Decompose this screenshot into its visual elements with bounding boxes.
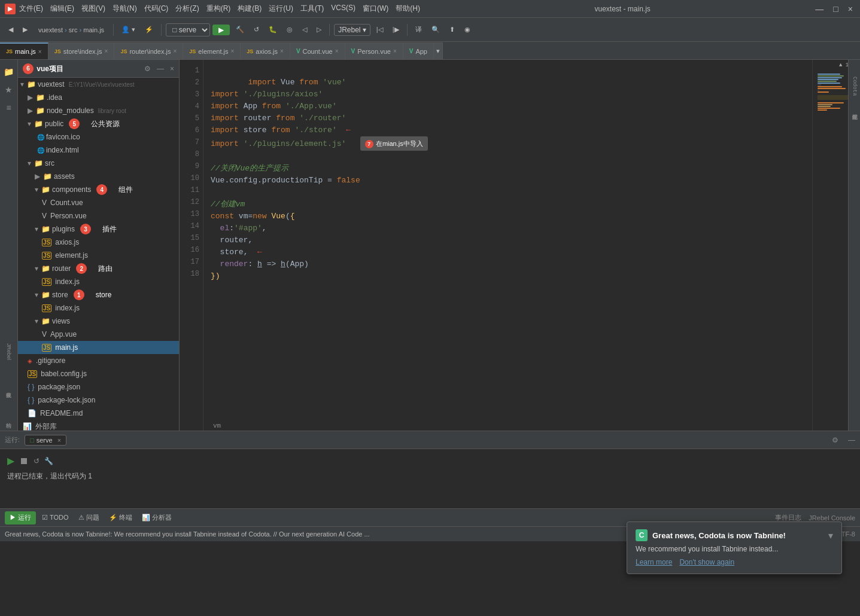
translate-button[interactable]: 译	[412, 22, 426, 38]
tree-item-babel-config[interactable]: JS babel.config.js	[18, 367, 179, 380]
tab-router-index-js[interactable]: JS router\index.js ×	[114, 42, 183, 59]
learn-more-link[interactable]: Learn more	[636, 558, 672, 566]
sidebar-icon-structure2[interactable]: 结构	[2, 407, 16, 431]
tree-item-axios-js[interactable]: JS axios.js	[18, 236, 179, 249]
tree-item-src[interactable]: ▾ 📁 src	[18, 157, 179, 170]
tab-main-js[interactable]: JS main.js ×	[0, 42, 48, 59]
breadcrumb-project[interactable]: vuextest	[38, 26, 63, 33]
tree-item-views[interactable]: ▾ 📁 views	[18, 315, 179, 328]
tab-count-vue[interactable]: V Count.vue ×	[290, 42, 345, 59]
tree-item-person-vue[interactable]: V Person.vue	[18, 209, 179, 222]
tree-item-router[interactable]: ▾ 📁 router 2 路由	[18, 262, 179, 275]
tree-item-idea[interactable]: ▶ 📁 .idea	[18, 91, 179, 104]
tree-item-package-lock[interactable]: { } package-lock.json	[18, 394, 179, 407]
sidebar-icon-project[interactable]: 📁	[2, 65, 16, 79]
run-stop-icon[interactable]: ⏹	[19, 456, 29, 466]
menu-refactor[interactable]: 重构(R)	[206, 4, 231, 14]
code-text[interactable]: import Vue from 'vue' import './plugins/…	[203, 60, 812, 431]
problems-button[interactable]: ⚠ 问题	[75, 511, 103, 524]
sidebar-icon-structure[interactable]: ≡	[2, 100, 16, 115]
dismiss-link[interactable]: Don't show again	[679, 558, 734, 566]
tree-item-node-modules[interactable]: ▶ 📁 node_modules library root	[18, 104, 179, 117]
run-play-icon[interactable]: ▶	[7, 455, 14, 466]
menu-tools[interactable]: 工具(T)	[300, 4, 324, 14]
tree-item-index-html[interactable]: 🌐 index.html	[18, 144, 179, 157]
debug-button[interactable]: 🐛	[265, 22, 281, 38]
forward-button[interactable]: ▶	[19, 22, 31, 38]
tree-item-components[interactable]: ▾ 📁 components 4 组件	[18, 183, 179, 196]
codota-label[interactable]: Codota	[852, 77, 858, 96]
tab-axios-js[interactable]: JS axios.js ×	[241, 42, 290, 59]
tab-element-js[interactable]: JS element.js ×	[183, 42, 241, 59]
tab-store-index-js[interactable]: JS store\index.js ×	[48, 42, 115, 59]
tree-item-vuextest[interactable]: ▾ 📁 vuextest E:\Y1\Vue\Vuex\vuextest	[18, 78, 179, 91]
run-wrench-icon[interactable]: 🔧	[44, 457, 53, 465]
menu-view[interactable]: 视图(V)	[81, 4, 105, 14]
menu-window[interactable]: 窗口(W)	[363, 4, 388, 14]
jrebel-console-button[interactable]: JRebel Console	[809, 514, 855, 522]
run-minimize-icon[interactable]: —	[848, 436, 855, 444]
sidebar-icon-jrebel[interactable]: JRebel	[2, 334, 16, 370]
extra-button[interactable]: ◉	[461, 22, 474, 38]
build-button[interactable]: 🔨	[232, 22, 248, 38]
coverage-button[interactable]: ◎	[283, 22, 296, 38]
tree-item-main-js[interactable]: JS main.js	[18, 341, 179, 354]
profile-left-button[interactable]: ◁	[299, 22, 311, 38]
profile-right-button[interactable]: ▷	[313, 22, 325, 38]
menu-file[interactable]: 文件(E)	[19, 4, 43, 14]
sidebar-icon-bookmarks[interactable]: ★	[2, 83, 16, 97]
tree-item-router-index[interactable]: JS index.js	[18, 275, 179, 288]
tree-item-gitignore[interactable]: ◈ .gitignore	[18, 354, 179, 367]
jrebel-button-2[interactable]: |▶	[389, 22, 403, 38]
tree-item-store[interactable]: ▾ 📁 store 1 store	[18, 288, 179, 301]
tab-close-3[interactable]: ×	[173, 48, 177, 54]
maximize-button[interactable]: □	[831, 4, 840, 14]
terminal-button[interactable]: ⚡ 终端	[105, 511, 136, 524]
menu-build[interactable]: 构建(B)	[238, 4, 262, 14]
event-log-button[interactable]: 事件日志	[775, 513, 801, 522]
todo-button[interactable]: ☑ TODO	[38, 511, 72, 524]
menu-help[interactable]: 帮助(H)	[396, 4, 420, 14]
tree-item-public[interactable]: ▾ 📁 public 5 公共资源	[18, 117, 179, 130]
menu-analyze[interactable]: 分析(Z)	[175, 4, 199, 14]
tab-close-2[interactable]: ×	[105, 48, 108, 54]
run-reload-icon[interactable]: ↺	[34, 457, 39, 465]
menu-bar[interactable]: 文件(E) 编辑(E) 视图(V) 导航(N) 代码(C) 分析(Z) 重构(R…	[19, 4, 420, 14]
tab-close-7[interactable]: ×	[393, 48, 397, 54]
tree-item-external-libs[interactable]: 📊 外部库	[18, 420, 179, 431]
filetree-close-icon[interactable]: ×	[170, 65, 174, 73]
filetree-settings-icon[interactable]: ⚙	[144, 65, 151, 73]
run-tag-close[interactable]: ×	[57, 437, 61, 444]
filetree-collapse-icon[interactable]: —	[157, 65, 164, 73]
tree-item-package-json[interactable]: { } package.json	[18, 380, 179, 394]
jrebel-button-1[interactable]: |◁	[373, 22, 387, 38]
breadcrumb-src[interactable]: src	[69, 26, 78, 33]
menu-navigate[interactable]: 导航(N)	[113, 4, 137, 14]
tree-item-element-js[interactable]: JS element.js	[18, 249, 179, 262]
upload-button[interactable]: ⬆	[446, 22, 458, 38]
tree-item-count-vue[interactable]: V Count.vue	[18, 196, 179, 209]
profiler-button[interactable]: 📊 分析器	[138, 511, 175, 524]
menu-run[interactable]: 运行(U)	[269, 4, 293, 14]
serve-run-tag[interactable]: □ serve ×	[25, 435, 66, 446]
tree-item-store-index[interactable]: JS index.js	[18, 301, 179, 315]
tree-item-app-vue[interactable]: V App.vue	[18, 328, 179, 341]
breadcrumb-file[interactable]: main.js	[83, 26, 104, 33]
tab-close-button[interactable]: ×	[38, 48, 42, 55]
close-button[interactable]: ×	[846, 4, 855, 14]
reload-button[interactable]: ↺	[250, 22, 263, 38]
jrebel-config[interactable]: JRebel ▾	[334, 24, 370, 36]
search-button[interactable]: 🔍	[428, 22, 443, 38]
tree-item-assets[interactable]: ▶ 📁 assets	[18, 170, 179, 183]
navigation-button[interactable]: ⚡	[141, 22, 157, 38]
menu-vcs[interactable]: VCS(S)	[331, 4, 355, 14]
tab-close-6[interactable]: ×	[335, 48, 339, 54]
menu-code[interactable]: 代码(C)	[144, 4, 169, 14]
run-config-select[interactable]: □ serve	[166, 23, 210, 36]
notification-close-button[interactable]: ▾	[828, 530, 833, 541]
back-button[interactable]: ◀	[5, 22, 17, 38]
tree-item-plugins[interactable]: ▾ 📁 plugins 3 插件	[18, 222, 179, 236]
run-settings-icon[interactable]: ⚙	[832, 436, 838, 444]
menu-edit[interactable]: 编辑(E)	[50, 4, 74, 14]
tree-item-readme[interactable]: 📄 README.md	[18, 407, 179, 420]
